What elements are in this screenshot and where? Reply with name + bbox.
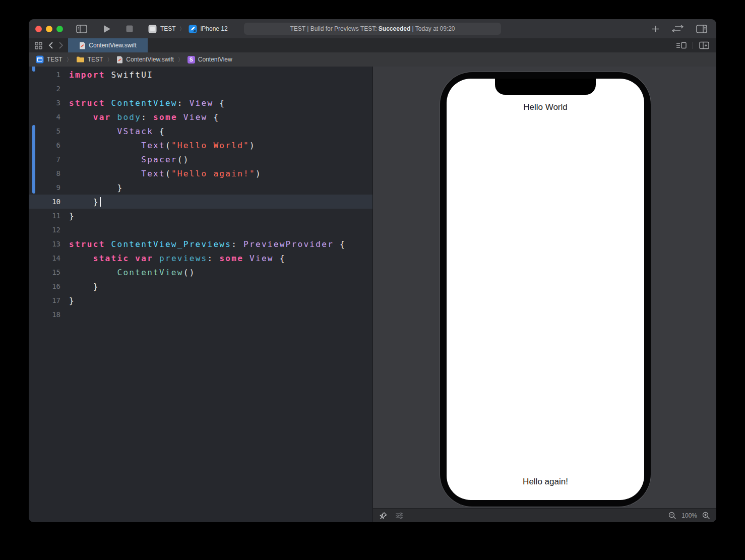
change-marker[interactable]: [32, 125, 35, 194]
code-token: ): [250, 141, 256, 150]
status-time: | Today at 09:20: [410, 25, 455, 32]
jumpbar-item-symbol[interactable]: S ContentView: [188, 56, 232, 64]
library-plus-icon[interactable]: [652, 25, 659, 33]
code-token: }: [69, 183, 123, 193]
code-line[interactable]: 3struct ContentView: View {: [29, 96, 373, 110]
line-number[interactable]: 10: [29, 198, 60, 206]
scheme-project-label: TEST: [160, 25, 176, 32]
code-line[interactable]: 1import SwiftUI: [29, 68, 373, 82]
swift-file-icon: [79, 42, 86, 49]
line-number[interactable]: 4: [29, 113, 60, 121]
code-token: import: [69, 70, 105, 80]
code-token: View: [190, 98, 214, 108]
code-line[interactable]: 13struct ContentView_Previews: PreviewPr…: [29, 237, 373, 251]
code-line[interactable]: 14 static var previews: some View {: [29, 251, 373, 265]
zoom-level-label[interactable]: 100%: [681, 512, 697, 519]
preview-settings-icon[interactable]: [395, 512, 404, 519]
jumpbar-item-group[interactable]: TEST: [76, 56, 103, 63]
minimize-window-button[interactable]: [46, 26, 52, 32]
preview-bottom-bar: 100%: [373, 508, 716, 522]
code-token: some: [153, 112, 177, 122]
title-bar: TEST 〉 iPhone 12 TEST | Build for Previe…: [29, 19, 716, 38]
chevron-right-icon: 〉: [67, 56, 72, 64]
add-editor-icon[interactable]: [699, 41, 709, 49]
code-line[interactable]: 18: [29, 307, 373, 322]
code-text: struct ContentView_Previews: PreviewProv…: [60, 239, 346, 249]
toggle-inspector-icon[interactable]: [696, 25, 707, 33]
change-marker[interactable]: [32, 67, 35, 72]
navigate-back-icon[interactable]: [48, 42, 53, 49]
swift-file-icon: [116, 56, 123, 64]
code-text: var body: some View {: [60, 112, 219, 122]
scheme-app-icon: [148, 25, 157, 33]
code-token: :: [141, 112, 153, 122]
code-line[interactable]: 16 }: [29, 279, 373, 293]
line-number[interactable]: 14: [29, 254, 60, 262]
line-number[interactable]: 18: [29, 310, 60, 319]
toggle-navigator-icon[interactable]: [76, 25, 87, 33]
stop-button[interactable]: [126, 25, 133, 32]
zoom-window-button[interactable]: [56, 26, 63, 32]
code-line[interactable]: 6 Text("Hello World"): [29, 138, 373, 152]
line-number[interactable]: 11: [29, 212, 60, 220]
code-token: static: [93, 254, 130, 263]
related-items-grid-icon[interactable]: [35, 42, 42, 49]
code-token: (: [165, 141, 171, 150]
line-number[interactable]: 16: [29, 282, 60, 290]
code-token: Text: [141, 169, 165, 178]
editor-options-icon[interactable]: [676, 41, 687, 49]
jumpbar-label: ContentView: [198, 56, 232, 63]
source-editor[interactable]: 1import SwiftUI23struct ContentView: Vie…: [29, 67, 373, 522]
line-number[interactable]: 13: [29, 240, 60, 248]
zoom-in-icon[interactable]: [702, 512, 710, 520]
code-token: ContentView: [111, 98, 177, 108]
code-line[interactable]: 12: [29, 223, 373, 237]
jumpbar-item-project[interactable]: TEST: [36, 55, 63, 64]
desktop: TEST 〉 iPhone 12 TEST | Build for Previe…: [0, 0, 745, 560]
zoom-out-icon[interactable]: [668, 512, 676, 520]
code-token: [69, 141, 141, 150]
chevron-right-icon: 〉: [107, 56, 112, 64]
code-line[interactable]: 11}: [29, 209, 373, 223]
code-line[interactable]: 10 }: [29, 195, 373, 209]
jumpbar-item-file[interactable]: ContentView.swift: [116, 56, 174, 64]
code-text: VStack {: [60, 127, 165, 136]
code-line[interactable]: 4 var body: some View {: [29, 110, 373, 124]
code-text: ContentView(): [60, 268, 196, 277]
scheme-device-label: iPhone 12: [201, 25, 228, 32]
tab-bar: ContentView.swift: [29, 38, 716, 52]
line-number[interactable]: 17: [29, 296, 60, 304]
scheme-selector[interactable]: TEST 〉 iPhone 12: [148, 25, 228, 33]
line-number[interactable]: 15: [29, 268, 60, 276]
preview-canvas[interactable]: Hello World Hello again!: [373, 67, 716, 508]
line-number[interactable]: 2: [29, 85, 60, 93]
code-line[interactable]: 17}: [29, 293, 373, 307]
code-line[interactable]: 8 Text("Hello again!"): [29, 166, 373, 180]
activity-status[interactable]: TEST | Build for Previews TEST: Succeede…: [244, 23, 501, 35]
pin-preview-icon[interactable]: [379, 512, 387, 520]
code-token: Text: [141, 141, 165, 150]
line-number[interactable]: 12: [29, 226, 60, 234]
line-number[interactable]: 1: [29, 71, 60, 79]
tab-contentview-swift[interactable]: ContentView.swift: [68, 38, 148, 52]
code-text: import SwiftUI: [60, 70, 153, 80]
code-line[interactable]: 5 VStack {: [29, 124, 373, 138]
code-token: previews: [159, 254, 207, 263]
code-line[interactable]: 2: [29, 82, 373, 96]
preview-text-hello-world: Hello World: [447, 102, 644, 112]
line-number[interactable]: 3: [29, 99, 60, 107]
code-line[interactable]: 15 ContentView(): [29, 265, 373, 279]
code-line[interactable]: 7 Spacer(): [29, 152, 373, 166]
code-line[interactable]: 9 }: [29, 180, 373, 195]
code-token: }: [69, 211, 75, 221]
navigate-forward-icon[interactable]: [59, 42, 64, 49]
run-button[interactable]: [103, 25, 111, 33]
close-window-button[interactable]: [35, 26, 42, 32]
code-token: :: [177, 98, 190, 108]
code-token: {: [208, 112, 220, 122]
code-token: View: [183, 112, 208, 122]
code-review-arrows-icon[interactable]: [671, 25, 684, 33]
code-token: (): [183, 268, 196, 277]
project-icon: [36, 55, 44, 64]
code-token: ContentView_Previews: [111, 239, 232, 249]
